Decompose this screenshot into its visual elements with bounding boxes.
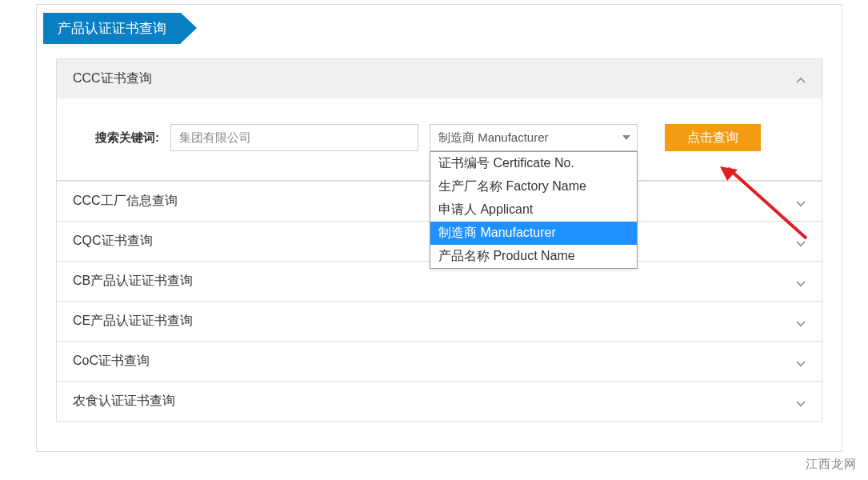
accordion: CCC证书查询 搜索关键词: 制造商 Manufacturer 证书编号 Cer… — [56, 58, 822, 422]
dropdown-option-product-name[interactable]: 产品名称 Product Name — [430, 245, 637, 268]
watermark: 江西龙网 — [806, 457, 857, 472]
chevron-down-icon — [796, 197, 806, 206]
chevron-down-icon — [796, 277, 806, 286]
accordion-item-coc: CoC证书查询 — [56, 342, 822, 382]
accordion-item-agrifood: 农食认证证书查询 — [56, 382, 822, 422]
page-title: 产品认证证书查询 — [43, 13, 181, 44]
dropdown-option-certificate-no[interactable]: 证书编号 Certificate No. — [430, 152, 637, 175]
accordion-item-ccc: CCC证书查询 搜索关键词: 制造商 Manufacturer 证书编号 Cer… — [56, 58, 822, 182]
chevron-down-icon — [796, 397, 806, 406]
select-display[interactable]: 制造商 Manufacturer — [430, 124, 638, 151]
accordion-label: 农食认证证书查询 — [73, 393, 175, 410]
select-value: 制造商 Manufacturer — [438, 130, 549, 144]
search-type-select[interactable]: 制造商 Manufacturer 证书编号 Certificate No. 生产… — [430, 124, 638, 151]
chevron-up-icon — [796, 74, 806, 84]
main-container: 产品认证证书查询 CCC证书查询 搜索关键词: 制造商 Manufacturer — [36, 4, 842, 452]
accordion-label: CCC证书查询 — [73, 70, 152, 87]
accordion-header-coc[interactable]: CoC证书查询 — [57, 342, 822, 381]
dropdown-list: 证书编号 Certificate No. 生产厂名称 Factory Name … — [430, 151, 638, 269]
search-panel: 搜索关键词: 制造商 Manufacturer 证书编号 Certificate… — [57, 98, 822, 181]
search-label: 搜索关键词: — [79, 124, 159, 151]
tab-header: 产品认证证书查询 — [43, 13, 842, 44]
accordion-label: CE产品认证证书查询 — [73, 313, 193, 330]
chevron-down-icon — [796, 357, 806, 366]
accordion-header-agrifood[interactable]: 农食认证证书查询 — [57, 382, 822, 421]
search-button[interactable]: 点击查询 — [665, 124, 761, 151]
accordion-header-ccc[interactable]: CCC证书查询 — [57, 59, 822, 98]
accordion-label: CB产品认证证书查询 — [73, 273, 193, 290]
accordion-label: CQC证书查询 — [73, 233, 153, 250]
dropdown-option-factory-name[interactable]: 生产厂名称 Factory Name — [430, 175, 637, 198]
caret-down-icon — [622, 135, 630, 140]
accordion-header-ce[interactable]: CE产品认证证书查询 — [57, 302, 822, 341]
chevron-down-icon — [796, 237, 806, 246]
accordion-label: CoC证书查询 — [73, 353, 150, 370]
chevron-down-icon — [796, 317, 806, 326]
accordion-label: CCC工厂信息查询 — [73, 193, 178, 210]
dropdown-option-manufacturer[interactable]: 制造商 Manufacturer — [430, 222, 637, 245]
accordion-item-ce: CE产品认证证书查询 — [56, 302, 822, 342]
search-input[interactable] — [170, 124, 418, 151]
dropdown-option-applicant[interactable]: 申请人 Applicant — [430, 198, 637, 222]
